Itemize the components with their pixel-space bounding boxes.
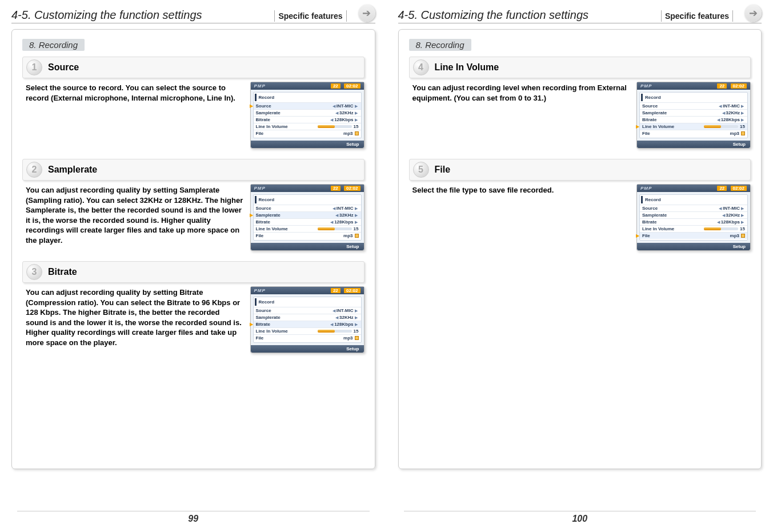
highlight-marker-icon: ▶ [250,213,253,218]
step-description: You can adjust recording quality by sett… [22,286,243,353]
header-title: 4-5. Customizing the function settings [398,9,650,22]
step-1: 1 Source Select the source to record. Yo… [22,57,365,149]
header-subtitle: Specific features [661,10,733,22]
row-bitrate: Bitrate◀128Kbps▶ [254,116,361,123]
step-4: 4 Line In Volume You can adjust recordin… [409,57,751,149]
row-samplerate: Samplerate◀32KHz▶ [254,109,361,116]
row-source: ▶Source◀INT-MIC▶ [254,102,361,109]
time-badge: 02:02 [344,83,360,89]
row-linein: Line In Volume15 [254,327,361,334]
step-number-icon: 2 [26,162,42,178]
arrow-left-icon: ◀ [333,104,335,109]
step-description: Select the source to record. You can sel… [22,82,243,149]
step-header: 4 Line In Volume [409,57,751,78]
row-file: Filemp3 [254,130,361,137]
arrow-right-icon: ➔ [744,5,762,22]
step-header: 2 Samplerate [22,159,365,181]
row-bitrate: Bitrate◀128Kbps▶ [254,218,361,225]
page-left: 4-5. Customizing the function settings S… [0,0,387,532]
step-3: 3 Bitrate You can adjust recording quali… [22,261,365,353]
row-file: Filemp3 [254,232,361,239]
page-header: 4-5. Customizing the function settings S… [11,0,375,23]
row-file: ▶Filemp3 [640,232,747,239]
volume-bar-icon [318,125,352,128]
arrow-right-icon: ➔ [358,5,375,22]
battery-badge: 22 [331,83,341,89]
row-linein: Line In Volume15 [254,123,361,130]
step-title: Samplerate [48,165,97,175]
row-linein: Line In Volume15 [640,225,747,232]
row-linein: ▶Line In Volume15 [640,123,747,130]
highlight-marker-icon: ▶ [636,124,639,129]
header-subtitle: Specific features [274,10,346,22]
row-linein: Line In Volume15 [254,225,361,232]
device-footer: Setup [251,141,364,148]
step-title: File [435,165,451,175]
step-number-icon: 1 [26,59,42,75]
step-number-icon: 4 [413,59,429,75]
file-badge-icon [355,131,359,135]
row-samplerate: Samplerate◀32KHz▶ [254,314,361,321]
row-source: Source◀INT-MIC▶ [254,205,361,211]
step-number-icon: 3 [26,264,42,280]
row-bitrate: Bitrate◀128Kbps▶ [640,116,747,123]
row-file: Filemp3 [254,334,361,341]
row-source: Source◀INT-MIC▶ [640,205,747,211]
device-screenshot: PMP 22 02:02 Record Source◀INT-MIC▶ Samp… [636,184,751,251]
header-title: 4-5. Customizing the function settings [11,9,263,22]
content-frame-right: 8. Recording 4 Line In Volume You can ad… [398,29,762,469]
row-samplerate: Samplerate◀32KHz▶ [640,211,747,218]
highlight-marker-icon: ▶ [250,322,253,327]
step-description: Select the file type to save file record… [409,184,630,251]
step-header: 1 Source [22,57,365,78]
step-description: You can adjust recording level when reco… [409,82,630,149]
row-source: Source◀INT-MIC▶ [254,307,361,314]
row-file: Filemp3 [640,130,747,137]
step-title: Bitrate [48,267,77,277]
step-number-icon: 5 [413,162,429,178]
step-title: Line In Volume [435,62,499,73]
device-list-title: Record [255,94,360,101]
row-samplerate: ▶Samplerate◀32KHz▶ [254,211,361,218]
device-status: 22 02:02 [329,83,361,89]
content-frame-left: 8. Recording 1 Source Select the source … [11,29,375,469]
device-screenshot: PMP 22 02:02 Record Source◀INT-MIC▶ Samp… [636,82,751,149]
row-source: Source◀INT-MIC▶ [640,102,747,109]
arrow-right-icon: ▶ [355,104,358,109]
section-heading: 8. Recording [409,39,471,51]
step-title: Source [48,62,79,73]
step-header: 5 File [409,159,751,181]
highlight-marker-icon: ▶ [636,233,639,238]
page-right: 4-5. Customizing the function settings S… [387,0,774,532]
device-screenshot: PMP 22 02:02 Record Source◀INT-MIC▶ ▶Sam… [250,184,365,251]
page-header: 4-5. Customizing the function settings S… [398,0,762,23]
step-header: 3 Bitrate [22,261,365,283]
highlight-marker-icon: ▶ [250,103,253,109]
page-number: 99 [0,511,387,524]
device-screenshot: PMP 22 02:02 Record Source◀INT-MIC▶ Samp… [250,286,365,353]
step-2: 2 Samplerate You can adjust recording qu… [22,159,365,251]
row-bitrate: Bitrate◀128Kbps▶ [640,218,747,225]
row-samplerate: Samplerate◀32KHz▶ [640,109,747,116]
device-screenshot: PMP 22 02:02 Record ▶Source◀INT-MIC▶ Sam… [250,82,365,149]
row-bitrate: ▶Bitrate◀128Kbps▶ [254,321,361,327]
step-description: You can adjust recording quality by sett… [22,184,243,251]
step-5: 5 File Select the file type to save file… [409,159,751,251]
section-heading: 8. Recording [22,39,85,51]
device-brand: PMP [254,83,266,89]
page-number: 100 [387,511,774,524]
